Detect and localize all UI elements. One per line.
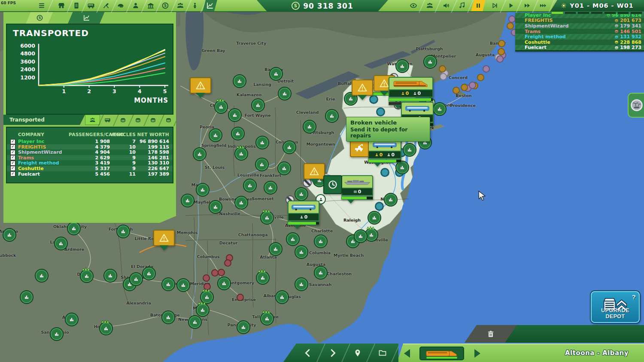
leaderboard-row[interactable]: ShipmentWizard179 341 bbox=[515, 23, 644, 29]
table-row[interactable]: ✓ShipmentWizard4 90410178 598 bbox=[7, 149, 173, 155]
selected-vehicle-thumbnail[interactable] bbox=[419, 347, 464, 360]
city-marker[interactable] bbox=[197, 304, 209, 316]
city-marker[interactable] bbox=[177, 279, 189, 291]
city-marker[interactable] bbox=[261, 313, 273, 325]
city-marker[interactable] bbox=[279, 88, 291, 100]
toolbar-button-play-slow[interactable] bbox=[487, 0, 502, 11]
toolbar-button-finances[interactable]: S bbox=[158, 0, 173, 11]
city-marker[interactable] bbox=[36, 270, 48, 282]
toolbar-button-pause[interactable] bbox=[471, 0, 486, 11]
city-marker[interactable] bbox=[235, 148, 247, 160]
city-marker[interactable] bbox=[55, 237, 67, 249]
vehicle-warning-marker[interactable] bbox=[352, 79, 373, 96]
table-row[interactable]: ✓Coshuttle5 3379226 647 bbox=[7, 166, 173, 171]
toolbar-button-depots[interactable] bbox=[54, 0, 69, 11]
city-marker[interactable] bbox=[197, 184, 209, 196]
upgrade-depot-button[interactable]: UPGRADE DEPOT ? bbox=[591, 291, 640, 323]
city-marker[interactable] bbox=[355, 230, 367, 242]
city-marker[interactable] bbox=[100, 322, 112, 335]
city-marker[interactable] bbox=[368, 212, 380, 224]
city-marker[interactable] bbox=[315, 267, 327, 279]
city-marker[interactable] bbox=[237, 321, 249, 333]
city-marker[interactable] bbox=[210, 201, 222, 213]
city-marker[interactable] bbox=[365, 229, 377, 241]
city-marker[interactable] bbox=[189, 316, 201, 328]
city-marker[interactable] bbox=[235, 197, 247, 209]
city-marker[interactable] bbox=[396, 60, 408, 72]
city-marker[interactable] bbox=[315, 235, 327, 247]
city-marker[interactable] bbox=[68, 222, 80, 234]
city-marker[interactable] bbox=[66, 313, 78, 325]
company-checkbox[interactable]: ✓ bbox=[10, 161, 15, 166]
next-button[interactable] bbox=[320, 344, 345, 362]
table-row[interactable]: ✓FREIGHTIS4 37910199 115 bbox=[7, 144, 173, 150]
company-checkbox[interactable]: ✓ bbox=[10, 144, 15, 149]
city-marker[interactable] bbox=[295, 188, 307, 200]
next-vehicle-button[interactable] bbox=[474, 349, 480, 358]
city-marker[interactable] bbox=[162, 311, 174, 323]
toolbar-button-staff[interactable] bbox=[128, 0, 143, 11]
leaderboard-row[interactable]: Freight method131 932 bbox=[515, 34, 644, 40]
city-marker[interactable] bbox=[385, 194, 397, 206]
company-checkbox[interactable]: ✓ bbox=[10, 150, 15, 155]
previous-vehicle-button[interactable] bbox=[404, 349, 410, 358]
toolbar-button-sound[interactable] bbox=[439, 0, 453, 11]
city-marker[interactable] bbox=[278, 162, 290, 174]
toolbar-button-traffic[interactable] bbox=[113, 0, 128, 11]
city-marker[interactable] bbox=[143, 268, 155, 280]
city-marker[interactable] bbox=[434, 103, 446, 115]
help-button[interactable]: ? bbox=[632, 293, 636, 301]
city-marker[interactable] bbox=[295, 278, 307, 290]
city-marker[interactable] bbox=[252, 99, 264, 111]
toolbar-button-bank[interactable] bbox=[143, 0, 158, 11]
company-checkbox[interactable]: ✓ bbox=[10, 155, 15, 160]
city-marker[interactable] bbox=[182, 195, 194, 207]
city-marker[interactable] bbox=[396, 161, 408, 173]
previous-button[interactable] bbox=[295, 344, 320, 362]
city-marker[interactable] bbox=[234, 75, 246, 87]
city-marker[interactable] bbox=[130, 273, 142, 285]
toolbar-button-routes[interactable] bbox=[99, 0, 113, 11]
city-marker[interactable] bbox=[304, 121, 316, 133]
vehicle-info-card[interactable]: 0 bbox=[341, 175, 373, 200]
leaderboard-row[interactable]: Trams146 501 bbox=[515, 29, 644, 34]
tab-statistics[interactable] bbox=[68, 12, 105, 24]
table-row[interactable]: ✓Player Inc1 908796 890 614 bbox=[7, 139, 173, 144]
locate-button[interactable] bbox=[345, 344, 370, 362]
city-marker[interactable] bbox=[81, 270, 93, 282]
toolbar-button-vehicles[interactable] bbox=[84, 0, 98, 11]
toolbar-button-music[interactable] bbox=[455, 0, 469, 11]
city-marker[interactable] bbox=[256, 137, 268, 149]
city-marker[interactable] bbox=[256, 158, 268, 170]
city-marker[interactable] bbox=[276, 291, 288, 303]
metric-tab-passengers[interactable] bbox=[85, 115, 100, 125]
leaderboard-row[interactable]: FREIGHTIS201 673 bbox=[515, 18, 644, 24]
city-marker[interactable] bbox=[117, 225, 129, 237]
city-marker[interactable] bbox=[3, 229, 15, 241]
vehicle-warning-marker[interactable] bbox=[153, 230, 175, 246]
city-marker[interactable] bbox=[51, 328, 63, 340]
vehicle-info-card[interactable]: 00 bbox=[389, 77, 433, 105]
city-marker[interactable] bbox=[21, 291, 33, 303]
leaderboard-row[interactable]: Fuelcart198 273 bbox=[515, 45, 644, 51]
city-marker[interactable] bbox=[270, 243, 282, 255]
city-marker[interactable] bbox=[404, 144, 416, 156]
toolbar-button-contracts[interactable] bbox=[69, 0, 84, 11]
leaderboard-row[interactable]: Coshuttle228 868 bbox=[515, 40, 644, 45]
toolbar-button-play[interactable] bbox=[504, 0, 518, 11]
city-marker[interactable] bbox=[218, 277, 230, 289]
toolbar-button-fastest[interactable] bbox=[536, 0, 550, 11]
toolbar-button-menu[interactable] bbox=[34, 0, 49, 11]
metric-tab-metric-coins-4[interactable] bbox=[161, 115, 176, 125]
company-checkbox[interactable]: ✓ bbox=[10, 166, 15, 171]
metric-tab-metric-coins-3[interactable] bbox=[146, 115, 161, 125]
manage-button[interactable] bbox=[370, 344, 395, 362]
vehicle-info-card[interactable]: 00 bbox=[368, 138, 401, 163]
city-marker[interactable] bbox=[257, 272, 269, 284]
city-marker[interactable] bbox=[162, 278, 174, 290]
city-marker[interactable] bbox=[287, 233, 299, 245]
city-marker[interactable] bbox=[270, 68, 282, 80]
city-marker[interactable] bbox=[232, 128, 244, 140]
toolbar-button-population[interactable] bbox=[422, 0, 437, 11]
vehicle-info-card[interactable]: 0 bbox=[288, 201, 319, 225]
